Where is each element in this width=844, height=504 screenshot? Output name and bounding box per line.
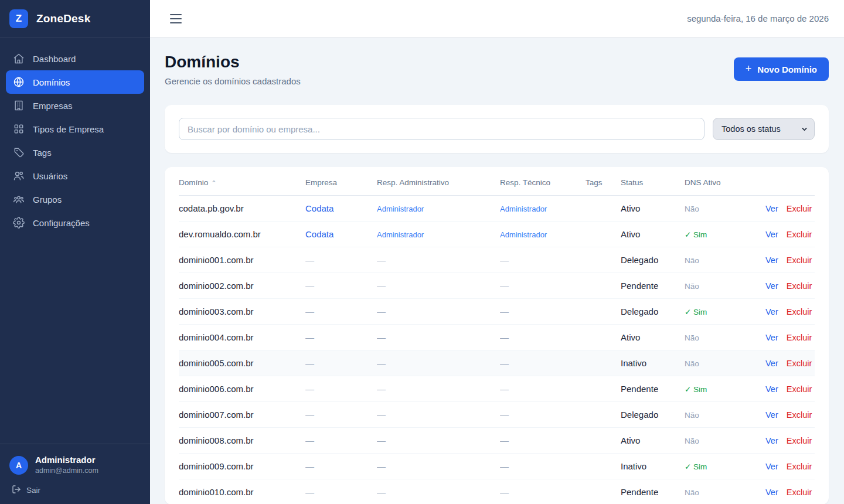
col-header-domain[interactable]: Domínio⌃ [179,167,305,196]
delete-link[interactable]: Excluir [787,281,812,291]
company-link[interactable]: Codata [305,203,333,213]
grid-icon [13,123,25,135]
cell-status: Pendente [621,479,685,504]
cell-resp-admin-link[interactable]: Administrador [377,205,424,213]
sidebar-item-label: Tags [33,148,52,158]
logout-label: Sair [26,486,40,495]
empty-dash: — [500,332,509,342]
cell-tags [586,222,621,247]
view-link[interactable]: Ver [765,488,778,497]
cell-resp-tech-link[interactable]: Administrador [500,205,547,213]
cell-dns-active: Não [685,428,765,454]
sort-asc-icon: ⌃ [211,179,216,186]
cell-resp-tech-link[interactable]: Administrador [500,230,547,239]
sidebar-item-users[interactable]: Usuários [6,164,144,188]
empty-dash: — [377,358,386,368]
sidebar-item-grid[interactable]: Tipos de Empresa [6,117,144,141]
cell-tags [586,376,621,402]
view-link[interactable]: Ver [765,359,778,368]
view-link[interactable]: Ver [765,307,778,316]
table-row: dominio009.com.br———Inativo✓ SimVerExclu… [179,454,815,479]
cell-resp-admin: — [377,247,500,273]
company-link[interactable]: Codata [305,229,333,239]
sidebar-item-group[interactable]: Grupos [6,188,144,211]
delete-link[interactable]: Excluir [787,204,812,213]
sidebar-item-label: Grupos [33,195,62,205]
delete-link[interactable]: Excluir [787,436,812,445]
sidebar-item-tag[interactable]: Tags [6,141,144,164]
view-link[interactable]: Ver [765,436,778,445]
empty-dash: — [305,281,314,291]
view-link[interactable]: Ver [765,230,778,239]
cell-resp-admin: — [377,299,500,325]
delete-link[interactable]: Excluir [787,256,812,265]
cell-resp-admin-link[interactable]: Administrador [377,230,424,239]
view-link[interactable]: Ver [765,384,778,394]
cell-tags [586,428,621,454]
new-domain-button[interactable]: + Novo Domínio [734,57,829,81]
page-content: Domínios Gerencie os domínios cadastrado… [150,38,844,504]
sidebar-item-gear[interactable]: Configurações [6,211,144,234]
hamburger-menu-icon[interactable] [170,14,182,23]
view-link[interactable]: Ver [765,256,778,265]
delete-link[interactable]: Excluir [787,488,812,497]
empty-dash: — [377,255,386,265]
view-link[interactable]: Ver [765,333,778,342]
view-link[interactable]: Ver [765,410,778,420]
cell-resp-tech: — [500,325,586,350]
empty-dash: — [305,435,314,445]
logout-button[interactable]: Sair [9,485,141,496]
page-header: Domínios Gerencie os domínios cadastrado… [165,53,829,86]
user-email: admin@admin.com [35,466,98,475]
col-header-admin: Resp. Administrativo [377,167,500,196]
cell-resp-tech: — [500,402,586,428]
cell-dns-active: Não [685,402,765,428]
delete-link[interactable]: Excluir [787,384,812,394]
delete-link[interactable]: Excluir [787,230,812,239]
cell-domain: dominio007.com.br [179,402,305,428]
empty-dash: — [305,487,314,497]
view-link[interactable]: Ver [765,204,778,213]
sidebar-item-label: Configurações [33,218,90,228]
cell-tags [586,402,621,428]
view-link[interactable]: Ver [765,281,778,291]
delete-link[interactable]: Excluir [787,333,812,342]
empty-dash: — [305,332,314,342]
empty-dash: — [500,384,509,394]
sidebar-item-home[interactable]: Dashboard [6,47,144,70]
cell-actions: VerExcluir [765,247,815,273]
sidebar-item-globe[interactable]: Domínios [6,70,144,94]
sidebar: Z ZoneDesk DashboardDomíniosEmpresasTipo… [0,0,150,504]
dns-no-badge: Não [685,256,699,265]
cell-company: — [305,479,377,504]
cell-domain: dominio003.com.br [179,299,305,325]
cell-resp-admin: — [377,273,500,299]
cell-dns-active: Não [685,273,765,299]
dns-no-badge: Não [685,411,699,420]
cell-actions: VerExcluir [765,299,815,325]
cell-resp-tech: — [500,428,586,454]
cell-company: — [305,273,377,299]
cell-status: Pendente [621,273,685,299]
delete-link[interactable]: Excluir [787,462,812,471]
app-logo: Z [9,9,28,28]
building-icon [13,100,25,111]
cell-actions: VerExcluir [765,402,815,428]
sidebar-spacer [0,244,150,444]
delete-link[interactable]: Excluir [787,410,812,420]
dns-no-badge: Não [685,333,699,342]
view-link[interactable]: Ver [765,462,778,471]
dns-yes-badge: ✓ Sim [685,308,707,316]
cell-actions: VerExcluir [765,479,815,504]
search-input[interactable] [179,118,705,140]
sidebar-item-building[interactable]: Empresas [6,94,144,117]
empty-dash: — [377,435,386,445]
delete-link[interactable]: Excluir [787,359,812,368]
empty-dash: — [377,461,386,471]
cell-domain: codata.pb.gov.br [179,196,305,222]
cell-company: Codata [305,196,377,222]
empty-dash: — [500,461,509,471]
delete-link[interactable]: Excluir [787,307,812,316]
cell-resp-admin: — [377,479,500,504]
status-filter-select[interactable]: Todos os status [713,118,815,140]
